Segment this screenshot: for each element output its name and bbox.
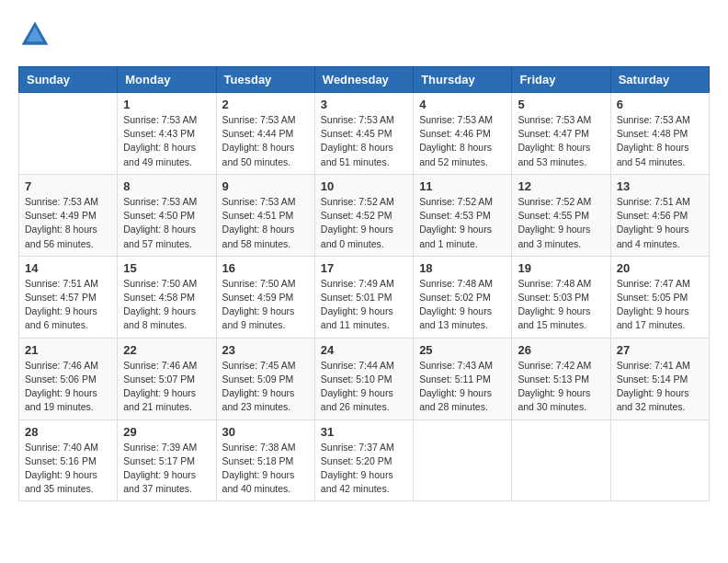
day-info: Sunrise: 7:40 AMSunset: 5:16 PMDaylight:… — [25, 441, 111, 497]
header-cell-tuesday: Tuesday — [216, 67, 314, 93]
day-cell: 14Sunrise: 7:51 AMSunset: 4:57 PMDayligh… — [19, 256, 118, 338]
day-cell: 2Sunrise: 7:53 AMSunset: 4:44 PMDaylight… — [216, 93, 314, 175]
day-number: 20 — [617, 261, 703, 275]
day-number: 16 — [222, 261, 309, 275]
day-number: 7 — [25, 179, 111, 193]
week-row-0: 1Sunrise: 7:53 AMSunset: 4:43 PMDaylight… — [19, 93, 710, 175]
day-info: Sunrise: 7:53 AMSunset: 4:49 PMDaylight:… — [25, 195, 111, 251]
day-number: 28 — [25, 425, 111, 439]
day-info: Sunrise: 7:48 AMSunset: 5:02 PMDaylight:… — [419, 277, 506, 333]
calendar-header: SundayMondayTuesdayWednesdayThursdayFrid… — [19, 67, 710, 93]
day-cell: 6Sunrise: 7:53 AMSunset: 4:48 PMDaylight… — [610, 93, 709, 175]
day-cell: 16Sunrise: 7:50 AMSunset: 4:59 PMDayligh… — [216, 256, 314, 338]
week-row-4: 28Sunrise: 7:40 AMSunset: 5:16 PMDayligh… — [19, 419, 710, 501]
day-cell: 12Sunrise: 7:52 AMSunset: 4:55 PMDayligh… — [512, 174, 610, 256]
calendar-body: 1Sunrise: 7:53 AMSunset: 4:43 PMDaylight… — [19, 93, 710, 501]
header-cell-wednesday: Wednesday — [314, 67, 413, 93]
day-number: 23 — [222, 343, 309, 357]
day-info: Sunrise: 7:53 AMSunset: 4:51 PMDaylight:… — [222, 195, 309, 251]
day-cell: 31Sunrise: 7:37 AMSunset: 5:20 PMDayligh… — [314, 419, 413, 501]
day-info: Sunrise: 7:41 AMSunset: 5:14 PMDaylight:… — [617, 359, 703, 415]
day-info: Sunrise: 7:49 AMSunset: 5:01 PMDaylight:… — [321, 277, 407, 333]
day-info: Sunrise: 7:53 AMSunset: 4:50 PMDaylight:… — [123, 195, 210, 251]
day-number: 14 — [25, 261, 111, 275]
day-info: Sunrise: 7:53 AMSunset: 4:46 PMDaylight:… — [419, 113, 506, 169]
day-cell: 10Sunrise: 7:52 AMSunset: 4:52 PMDayligh… — [314, 174, 413, 256]
header-cell-monday: Monday — [118, 67, 216, 93]
day-info: Sunrise: 7:50 AMSunset: 4:58 PMDaylight:… — [123, 277, 210, 333]
day-info: Sunrise: 7:53 AMSunset: 4:47 PMDaylight:… — [518, 113, 604, 169]
logo — [18, 18, 55, 52]
day-info: Sunrise: 7:50 AMSunset: 4:59 PMDaylight:… — [222, 277, 309, 333]
day-number: 15 — [123, 261, 210, 275]
day-cell: 26Sunrise: 7:42 AMSunset: 5:13 PMDayligh… — [512, 338, 610, 419]
day-cell: 17Sunrise: 7:49 AMSunset: 5:01 PMDayligh… — [314, 256, 413, 338]
day-cell: 23Sunrise: 7:45 AMSunset: 5:09 PMDayligh… — [216, 338, 314, 419]
day-info: Sunrise: 7:42 AMSunset: 5:13 PMDaylight:… — [518, 359, 604, 415]
day-number: 2 — [222, 98, 309, 111]
day-number: 11 — [419, 179, 506, 193]
day-number: 31 — [321, 425, 407, 439]
day-number: 3 — [321, 98, 407, 111]
day-info: Sunrise: 7:38 AMSunset: 5:18 PMDaylight:… — [222, 441, 309, 497]
day-cell: 9Sunrise: 7:53 AMSunset: 4:51 PMDaylight… — [216, 174, 314, 256]
header-cell-sunday: Sunday — [19, 67, 118, 93]
day-number: 1 — [123, 98, 210, 111]
day-number: 4 — [419, 98, 506, 111]
day-number: 22 — [123, 343, 210, 357]
day-cell: 19Sunrise: 7:48 AMSunset: 5:03 PMDayligh… — [512, 256, 610, 338]
day-cell: 15Sunrise: 7:50 AMSunset: 4:58 PMDayligh… — [118, 256, 216, 338]
day-number: 17 — [321, 261, 407, 275]
day-cell: 20Sunrise: 7:47 AMSunset: 5:05 PMDayligh… — [610, 256, 709, 338]
day-info: Sunrise: 7:51 AMSunset: 4:57 PMDaylight:… — [25, 277, 111, 333]
day-cell: 21Sunrise: 7:46 AMSunset: 5:06 PMDayligh… — [19, 338, 118, 419]
day-cell: 30Sunrise: 7:38 AMSunset: 5:18 PMDayligh… — [216, 419, 314, 501]
day-number: 10 — [321, 179, 407, 193]
day-info: Sunrise: 7:48 AMSunset: 5:03 PMDaylight:… — [518, 277, 604, 333]
day-number: 19 — [518, 261, 604, 275]
day-cell: 8Sunrise: 7:53 AMSunset: 4:50 PMDaylight… — [118, 174, 216, 256]
day-info: Sunrise: 7:39 AMSunset: 5:17 PMDaylight:… — [123, 441, 210, 497]
day-number: 8 — [123, 179, 210, 193]
day-cell — [19, 93, 118, 175]
header-cell-thursday: Thursday — [414, 67, 512, 93]
day-info: Sunrise: 7:47 AMSunset: 5:05 PMDaylight:… — [617, 277, 703, 333]
day-number: 24 — [321, 343, 407, 357]
calendar-table: SundayMondayTuesdayWednesdayThursdayFrid… — [18, 66, 710, 501]
day-info: Sunrise: 7:45 AMSunset: 5:09 PMDaylight:… — [222, 359, 309, 415]
day-cell: 5Sunrise: 7:53 AMSunset: 4:47 PMDaylight… — [512, 93, 610, 175]
day-cell: 1Sunrise: 7:53 AMSunset: 4:43 PMDaylight… — [118, 93, 216, 175]
day-cell: 3Sunrise: 7:53 AMSunset: 4:45 PMDaylight… — [314, 93, 413, 175]
day-cell — [414, 419, 512, 501]
day-info: Sunrise: 7:51 AMSunset: 4:56 PMDaylight:… — [617, 195, 703, 251]
header-cell-friday: Friday — [512, 67, 610, 93]
week-row-2: 14Sunrise: 7:51 AMSunset: 4:57 PMDayligh… — [19, 256, 710, 338]
header-cell-saturday: Saturday — [610, 67, 709, 93]
day-number: 25 — [419, 343, 506, 357]
day-info: Sunrise: 7:43 AMSunset: 5:11 PMDaylight:… — [419, 359, 506, 415]
day-number: 6 — [617, 98, 703, 111]
header-row: SundayMondayTuesdayWednesdayThursdayFrid… — [19, 67, 710, 93]
day-info: Sunrise: 7:52 AMSunset: 4:53 PMDaylight:… — [419, 195, 506, 251]
day-cell: 13Sunrise: 7:51 AMSunset: 4:56 PMDayligh… — [610, 174, 709, 256]
day-info: Sunrise: 7:53 AMSunset: 4:48 PMDaylight:… — [617, 113, 703, 169]
day-cell: 29Sunrise: 7:39 AMSunset: 5:17 PMDayligh… — [118, 419, 216, 501]
day-cell: 24Sunrise: 7:44 AMSunset: 5:10 PMDayligh… — [314, 338, 413, 419]
day-number: 30 — [222, 425, 309, 439]
day-info: Sunrise: 7:53 AMSunset: 4:44 PMDaylight:… — [222, 113, 309, 169]
day-cell: 18Sunrise: 7:48 AMSunset: 5:02 PMDayligh… — [414, 256, 512, 338]
day-info: Sunrise: 7:53 AMSunset: 4:45 PMDaylight:… — [321, 113, 407, 169]
day-cell: 7Sunrise: 7:53 AMSunset: 4:49 PMDaylight… — [19, 174, 118, 256]
day-cell: 4Sunrise: 7:53 AMSunset: 4:46 PMDaylight… — [414, 93, 512, 175]
day-cell: 11Sunrise: 7:52 AMSunset: 4:53 PMDayligh… — [414, 174, 512, 256]
page-header — [18, 18, 710, 52]
day-number: 13 — [617, 179, 703, 193]
day-cell: 22Sunrise: 7:46 AMSunset: 5:07 PMDayligh… — [118, 338, 216, 419]
day-number: 29 — [123, 425, 210, 439]
day-cell: 27Sunrise: 7:41 AMSunset: 5:14 PMDayligh… — [610, 338, 709, 419]
day-number: 26 — [518, 343, 604, 357]
day-number: 21 — [25, 343, 111, 357]
day-info: Sunrise: 7:52 AMSunset: 4:52 PMDaylight:… — [321, 195, 407, 251]
day-info: Sunrise: 7:44 AMSunset: 5:10 PMDaylight:… — [321, 359, 407, 415]
day-cell — [610, 419, 709, 501]
